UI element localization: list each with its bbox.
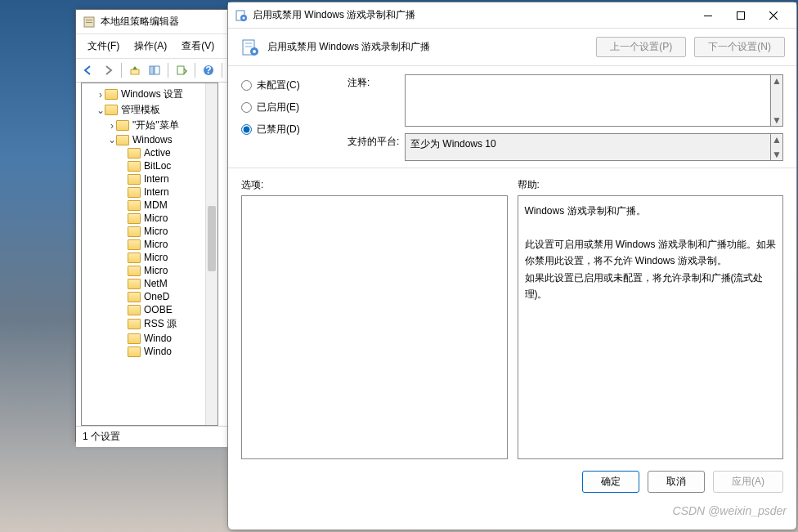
prev-setting-button[interactable]: 上一个设置(P): [596, 37, 686, 57]
forward-button[interactable]: [99, 61, 117, 79]
tree-item[interactable]: RSS 源: [85, 316, 216, 332]
radio-enabled[interactable]: 已启用(E): [241, 96, 339, 118]
tree-item-label: OneD: [144, 291, 169, 302]
next-setting-button[interactable]: 下一个设置(N): [694, 37, 785, 57]
tree-item[interactable]: Micro: [85, 212, 216, 225]
comment-textarea[interactable]: [405, 74, 771, 127]
state-radio-group: 未配置(C) 已启用(E) 已禁用(D): [241, 74, 339, 168]
svg-rect-3: [131, 69, 139, 74]
tree-item[interactable]: Active: [85, 146, 216, 159]
folder-icon: [128, 148, 141, 159]
menu-file[interactable]: 文件(F): [81, 37, 126, 56]
tree-item[interactable]: NetM: [85, 277, 216, 290]
tree-item[interactable]: Intern: [85, 172, 216, 186]
tree-item[interactable]: Windo: [85, 332, 216, 345]
tree-item-label: Intern: [144, 173, 169, 185]
menu-view[interactable]: 查看(V): [175, 37, 221, 56]
show-hide-tree-button[interactable]: [146, 61, 164, 79]
folder-icon: [105, 105, 118, 115]
svg-rect-13: [704, 16, 712, 16]
expand-icon[interactable]: ›: [108, 120, 116, 132]
dlg-header-title: 启用或禁用 Windows 游戏录制和广播: [267, 40, 588, 54]
expand-icon[interactable]: ›: [96, 89, 105, 101]
tree-item[interactable]: OneD: [85, 290, 216, 303]
expand-icon[interactable]: ⌄: [108, 134, 116, 145]
folder-icon: [128, 333, 141, 344]
tree-item-label: RSS 源: [144, 317, 177, 331]
tree-item-label: OOBE: [144, 304, 173, 315]
tree-item[interactable]: ⌄管理模板: [85, 102, 216, 118]
tree-item[interactable]: Micro: [85, 264, 216, 277]
toolbar-separator: [121, 63, 122, 78]
platform-label: 支持的平台:: [347, 133, 405, 161]
tree-item-label: Micro: [144, 252, 168, 263]
tree-item-label: Active: [144, 147, 171, 159]
tree-item-label: Micro: [144, 226, 168, 237]
options-pane: [241, 195, 508, 459]
tree-item-label: Micro: [144, 265, 168, 276]
ok-button[interactable]: 确定: [582, 471, 639, 493]
svg-rect-5: [155, 66, 159, 74]
arrow-up-icon: ▲: [772, 134, 782, 145]
tree-item[interactable]: Intern: [85, 186, 216, 199]
folder-icon: [128, 161, 141, 172]
tree-item-label: "开始"菜单: [132, 118, 179, 132]
platform-scrollbar[interactable]: ▲▼: [771, 133, 783, 161]
tree-item[interactable]: Micro: [85, 251, 216, 264]
tree-item[interactable]: OOBE: [85, 303, 216, 316]
folder-icon: [116, 120, 129, 131]
svg-text:?: ?: [205, 65, 211, 76]
folder-icon: [128, 213, 141, 224]
svg-point-19: [253, 50, 256, 53]
tree-item-label: Windows: [132, 134, 173, 145]
close-button[interactable]: [757, 4, 790, 27]
tree-item[interactable]: Micro: [85, 225, 216, 238]
svg-rect-14: [737, 11, 745, 19]
tree-scrollbar[interactable]: [205, 83, 217, 425]
help-label: 帮助:: [518, 178, 784, 192]
apply-button[interactable]: 应用(A): [713, 471, 783, 493]
tree-item[interactable]: Windo: [85, 345, 216, 358]
tree-item[interactable]: BitLoc: [85, 159, 216, 172]
policy-icon: [235, 9, 248, 22]
tree-item[interactable]: Micro: [85, 238, 216, 251]
tree-item-label: Windows 设置: [121, 87, 183, 101]
svg-rect-4: [150, 66, 154, 74]
dlg-titlebar[interactable]: 启用或禁用 Windows 游戏录制和广播: [228, 2, 796, 29]
platform-value: 至少为 Windows 10: [405, 133, 771, 161]
comment-scrollbar[interactable]: ▲▼: [771, 74, 783, 127]
folder-icon: [128, 239, 141, 250]
tree-item-label: Intern: [144, 186, 169, 198]
tree-item[interactable]: ›Windows 设置: [85, 87, 216, 102]
tree-item[interactable]: MDM: [85, 199, 216, 212]
folder-icon: [128, 226, 141, 237]
svg-rect-16: [245, 42, 252, 44]
tree-item[interactable]: ⌄Windows: [85, 133, 216, 146]
radio-label: 已禁用(D): [257, 123, 300, 136]
help-button[interactable]: ?: [200, 61, 217, 79]
folder-icon: [128, 346, 141, 357]
tree-item-label: Micro: [144, 212, 168, 224]
tree-item-label: Micro: [144, 239, 168, 250]
radio-label: 已启用(E): [257, 101, 299, 114]
radio-label: 未配置(C): [257, 78, 300, 92]
minimize-button[interactable]: [692, 4, 724, 27]
svg-rect-6: [177, 66, 184, 74]
cancel-button[interactable]: 取消: [648, 471, 705, 493]
menu-action[interactable]: 操作(A): [128, 37, 173, 56]
maximize-button[interactable]: [724, 4, 757, 27]
radio-disabled[interactable]: 已禁用(D): [241, 118, 339, 141]
folder-icon: [128, 319, 141, 329]
dlg-title-text: 启用或禁用 Windows 游戏录制和广播: [253, 8, 692, 22]
tree-item[interactable]: ›"开始"菜单: [85, 118, 216, 133]
comment-label: 注释:: [347, 74, 405, 127]
back-button[interactable]: [79, 61, 97, 79]
radio-not-configured[interactable]: 未配置(C): [241, 74, 339, 96]
export-button[interactable]: [173, 61, 191, 79]
up-button[interactable]: [126, 61, 144, 79]
folder-icon: [128, 305, 141, 315]
scrollbar-thumb[interactable]: [208, 206, 216, 271]
expand-icon[interactable]: ⌄: [96, 105, 105, 116]
gp-tree-panel: ›Windows 设置⌄管理模板›"开始"菜单⌄Windows ActiveBi…: [81, 83, 218, 426]
folder-icon: [116, 135, 129, 145]
